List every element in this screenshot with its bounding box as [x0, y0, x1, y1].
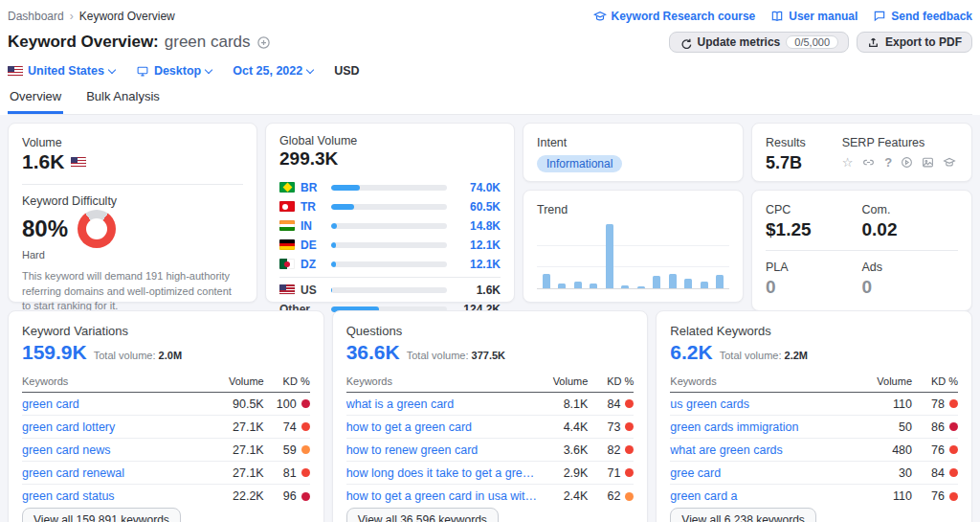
- keyword-link[interactable]: green card news: [22, 443, 214, 457]
- update-metrics-quota: 0/5,000: [786, 35, 838, 49]
- country-code[interactable]: BR: [301, 181, 317, 194]
- trend-bar: [637, 286, 645, 288]
- export-to-pdf-button[interactable]: Export to PDF: [857, 32, 972, 53]
- keyword-research-course-link[interactable]: Keyword Research course: [593, 10, 756, 23]
- keyword-link[interactable]: green card renewal: [22, 466, 214, 480]
- kd-dot-icon: [949, 422, 958, 431]
- refresh-icon: [679, 36, 692, 49]
- kd-dot-icon: [625, 492, 634, 501]
- tab-bulk-analysis[interactable]: Bulk Analysis: [84, 89, 162, 114]
- keyword-link[interactable]: how to get a green card: [346, 420, 539, 434]
- volume-header[interactable]: Volume: [214, 375, 264, 387]
- keyword-kd: 62: [588, 489, 634, 503]
- keyword-link[interactable]: us green cards: [670, 397, 862, 411]
- date-filter[interactable]: Oct 25, 2022: [233, 64, 313, 78]
- keyword-kd: 78: [912, 397, 958, 411]
- table-row: how to renew green card3.6K82: [346, 439, 635, 462]
- country-code[interactable]: DE: [301, 238, 317, 252]
- kd-dot-icon: [949, 445, 958, 454]
- keywords-header[interactable]: Keywords: [346, 375, 539, 387]
- table-row: how to get a green card4.4K73: [346, 416, 635, 439]
- keyword-volume: 30: [862, 466, 912, 480]
- view-all-button[interactable]: View all 36,596 keywords: [346, 508, 499, 522]
- book-icon: [770, 10, 784, 23]
- kd-header[interactable]: KD %: [588, 375, 634, 387]
- country-filter[interactable]: United States: [8, 64, 115, 78]
- us-flag-icon: [8, 66, 23, 77]
- breadcrumb-dashboard[interactable]: Dashboard: [8, 10, 64, 23]
- view-all-button[interactable]: View all 6,238 keywords: [670, 508, 816, 522]
- user-manual-link[interactable]: User manual: [770, 10, 858, 23]
- keyword-volume: 90.5K: [214, 397, 264, 411]
- keyword-difficulty-value: 80%: [22, 215, 68, 243]
- keyword-volume: 480: [862, 443, 912, 457]
- table-row: green card90.5K100: [22, 393, 310, 416]
- country-code[interactable]: TR: [301, 200, 316, 214]
- table-header: KeywordsVolumeKD %: [670, 375, 958, 393]
- keyword-volume: 27.1K: [214, 466, 264, 480]
- keyword-link[interactable]: how to renew green card: [346, 443, 539, 457]
- education-icon: [943, 156, 956, 169]
- keyword-link[interactable]: green card a: [670, 489, 862, 503]
- table-row: green card news27.1K59: [22, 439, 310, 462]
- image-icon: [922, 156, 934, 169]
- ads-label: Ads: [862, 261, 959, 274]
- volume-label: Volume: [22, 136, 243, 149]
- country-volume-value: 74.0K: [455, 181, 501, 194]
- volume-header[interactable]: Volume: [538, 375, 588, 387]
- table-row: what are green cards48076: [670, 439, 958, 462]
- br-flag-icon: [279, 182, 295, 193]
- keyword-kd: 100: [264, 397, 310, 411]
- volume-header[interactable]: Volume: [862, 375, 912, 387]
- update-metrics-button[interactable]: Update metrics 0/5,000: [669, 32, 849, 53]
- desktop-icon: [136, 65, 149, 78]
- keyword-volume: 3.6K: [538, 443, 588, 457]
- country-code[interactable]: IN: [301, 219, 312, 233]
- tab-overview[interactable]: Overview: [8, 89, 63, 114]
- keyword-link[interactable]: green card status: [22, 489, 214, 503]
- device-filter[interactable]: Desktop: [136, 64, 212, 78]
- send-feedback-link[interactable]: Send feedback: [873, 10, 972, 23]
- breadcrumb-separator-icon: ›: [70, 10, 74, 23]
- keyword-link[interactable]: gree card: [670, 466, 862, 480]
- country-volume-bar: [331, 261, 447, 267]
- keyword-kd: 96: [264, 489, 310, 503]
- trend-bar: [716, 275, 724, 288]
- chevron-down-icon: [205, 65, 212, 73]
- kd-header[interactable]: KD %: [264, 375, 310, 387]
- keyword-link[interactable]: green cards immigration: [670, 420, 862, 434]
- chat-bubble-icon: [873, 10, 886, 23]
- view-all-button[interactable]: View all 159,891 keywords: [22, 508, 181, 522]
- keywords-header[interactable]: Keywords: [670, 375, 862, 387]
- gridline: [537, 266, 729, 267]
- keyword-link[interactable]: green card lottery: [22, 420, 214, 434]
- difficulty-level: Hard: [22, 249, 243, 261]
- keyword-volume: 50: [862, 420, 912, 434]
- country-volume-value: 14.8K: [455, 219, 501, 233]
- keywords-header[interactable]: Keywords: [22, 375, 214, 387]
- tabs: Overview Bulk Analysis: [8, 89, 972, 115]
- table-row: green card lottery27.1K74: [22, 416, 310, 439]
- in-flag-icon: [279, 220, 295, 231]
- top-bar: Dashboard › Keyword Overview Keyword Res…: [0, 0, 980, 115]
- kd-dot-icon: [301, 422, 310, 431]
- intent-badge[interactable]: Informational: [537, 155, 622, 172]
- circle-plus-icon[interactable]: [256, 35, 271, 50]
- pla-label: PLA: [766, 261, 862, 274]
- keyword-kd: 84: [588, 397, 634, 411]
- keyword-link[interactable]: green card: [22, 397, 214, 411]
- kd-header[interactable]: KD %: [912, 375, 958, 387]
- table-title: Questions: [346, 324, 635, 338]
- keyword-kd: 81: [264, 466, 310, 480]
- table-title: Keyword Variations: [22, 324, 310, 338]
- keyword-link[interactable]: how long does it take to get a green car…: [346, 466, 539, 480]
- divider: [766, 250, 958, 251]
- keyword-link[interactable]: what is a green card: [346, 397, 539, 411]
- country-code[interactable]: DZ: [301, 258, 316, 271]
- keyword-link[interactable]: what are green cards: [670, 443, 862, 457]
- trend-card: Trend: [523, 190, 744, 303]
- trend-bar: [701, 282, 708, 288]
- keyword-link[interactable]: how to get a green card in usa without m…: [346, 489, 539, 503]
- kd-dot-icon: [625, 422, 634, 431]
- difficulty-description: This keyword will demand 191 high-author…: [22, 269, 243, 313]
